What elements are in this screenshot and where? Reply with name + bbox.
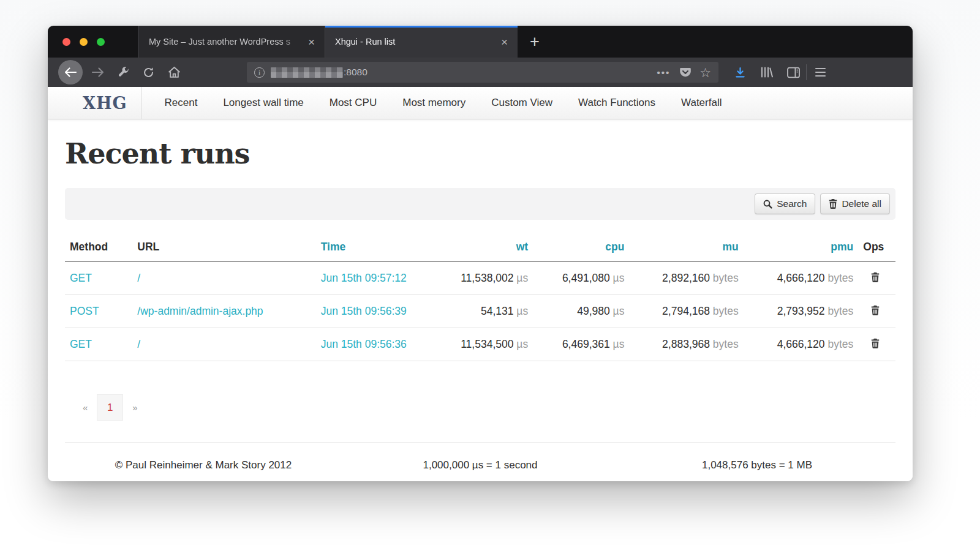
delete-all-button[interactable]: Delete all <box>820 193 890 214</box>
table-row: POST /wp-admin/admin-ajax.php Jun 15th 0… <box>65 295 895 328</box>
window-controls <box>48 26 139 58</box>
pagination-prev[interactable]: « <box>74 402 97 413</box>
nav-item-watch-functions[interactable]: Watch Functions <box>565 97 668 109</box>
browser-window: My Site – Just another WordPress s × Xhg… <box>48 26 913 481</box>
col-header-cpu[interactable]: cpu <box>533 236 629 261</box>
col-header-wt[interactable]: wt <box>432 236 533 261</box>
pagination-page-1[interactable]: 1 <box>97 394 123 421</box>
back-button[interactable] <box>58 60 83 84</box>
download-icon <box>734 67 746 78</box>
table-row: GET / Jun 15th 09:56:36 11,534,500 µs 6,… <box>65 328 895 361</box>
col-header-mu[interactable]: mu <box>629 236 743 261</box>
col-header-url: URL <box>132 236 315 261</box>
tab-xhgui-run-list[interactable]: Xhgui - Run list × <box>325 26 518 58</box>
address-bar[interactable]: i :8080 ••• ☆ <box>247 62 718 83</box>
app-navbar: XHG Recent Longest wall time Most CPU Mo… <box>48 87 913 119</box>
nav-item-longest-wall-time[interactable]: Longest wall time <box>210 97 316 109</box>
reload-button[interactable] <box>143 67 154 78</box>
delete-run-button[interactable] <box>870 271 881 283</box>
reload-icon <box>143 67 154 78</box>
brand-logo[interactable]: XHG <box>48 87 142 119</box>
trash-icon <box>871 339 880 348</box>
url-link[interactable]: /wp-admin/admin-ajax.php <box>137 305 263 317</box>
main-nav: Recent Longest wall time Most CPU Most m… <box>152 87 735 119</box>
page-actions-icon[interactable]: ••• <box>657 67 670 78</box>
pocket-icon[interactable] <box>680 67 691 78</box>
table-row: GET / Jun 15th 09:57:12 11,538,002 µs 6,… <box>65 261 895 295</box>
forward-arrow-icon <box>91 67 105 78</box>
nav-item-waterfall[interactable]: Waterfall <box>668 97 734 109</box>
library-button[interactable] <box>760 66 774 78</box>
redacted-host <box>271 67 343 78</box>
url-link[interactable]: / <box>137 272 140 284</box>
table-header-row: Method URL Time wt cpu mu pmu Ops <box>65 236 895 261</box>
xhgui-page: XHG Recent Longest wall time Most CPU Mo… <box>48 87 913 481</box>
footer-copyright: © Paul Reinheimer & Mark Story 2012 <box>65 459 342 471</box>
actions-bar: Search Delete all <box>65 188 895 220</box>
library-icon <box>760 66 774 78</box>
trash-icon <box>871 306 880 315</box>
pagination: « 1 » <box>74 394 895 421</box>
nav-item-recent[interactable]: Recent <box>152 97 211 109</box>
runs-table: Method URL Time wt cpu mu pmu Ops GET <box>65 236 895 361</box>
footer-time-note: 1,000,000 µs = 1 second <box>342 459 619 471</box>
url-link[interactable]: / <box>137 338 140 350</box>
close-tab-icon[interactable]: × <box>497 35 511 49</box>
sidebar-icon <box>787 67 800 78</box>
close-tab-icon[interactable]: × <box>304 35 318 49</box>
method-link[interactable]: GET <box>70 338 92 350</box>
url-port-text: :8080 <box>344 67 368 78</box>
method-link[interactable]: GET <box>70 272 92 284</box>
downloads-button[interactable] <box>734 67 746 78</box>
nav-item-most-memory[interactable]: Most memory <box>390 97 478 109</box>
delete-run-button[interactable] <box>870 337 881 350</box>
footer-memory-note: 1,048,576 bytes = 1 MB <box>619 459 895 471</box>
forward-button[interactable] <box>91 67 105 78</box>
tab-wordpress-site[interactable]: My Site – Just another WordPress s × <box>139 26 325 58</box>
trash-icon <box>871 272 880 282</box>
time-link[interactable]: Jun 15th 09:57:12 <box>321 272 407 284</box>
trash-icon <box>829 199 837 209</box>
time-link[interactable]: Jun 15th 09:56:36 <box>321 338 407 350</box>
zoom-window-button[interactable] <box>97 38 105 46</box>
site-info-icon[interactable]: i <box>254 67 265 78</box>
search-icon <box>763 200 772 209</box>
new-tab-button[interactable]: + <box>518 26 552 58</box>
nav-item-most-cpu[interactable]: Most CPU <box>317 97 390 109</box>
col-header-time[interactable]: Time <box>316 236 432 261</box>
bookmark-star-icon[interactable]: ☆ <box>699 66 711 79</box>
menu-button[interactable] <box>815 68 826 77</box>
developer-tools-button[interactable] <box>118 67 129 78</box>
pagination-next[interactable]: » <box>123 402 146 413</box>
back-arrow-icon <box>64 67 77 78</box>
tab-title: Xhgui - Run list <box>335 37 497 47</box>
nav-item-custom-view[interactable]: Custom View <box>478 97 565 109</box>
tab-title: My Site – Just another WordPress s <box>149 37 304 47</box>
close-window-button[interactable] <box>62 38 70 46</box>
col-header-method: Method <box>65 236 132 261</box>
wrench-icon <box>118 67 129 78</box>
col-header-ops: Ops <box>858 236 895 261</box>
time-link[interactable]: Jun 15th 09:56:39 <box>321 305 407 317</box>
desktop-background: My Site – Just another WordPress s × Xhg… <box>0 0 980 559</box>
method-link[interactable]: POST <box>70 305 99 317</box>
sidebar-toggle-button[interactable] <box>787 67 800 78</box>
page-title: Recent runs <box>65 138 895 170</box>
browser-toolbar: i :8080 ••• ☆ <box>48 58 913 87</box>
page-footer: © Paul Reinheimer & Mark Story 2012 1,00… <box>65 442 895 471</box>
browser-tab-bar: My Site – Just another WordPress s × Xhg… <box>48 26 913 58</box>
minimize-window-button[interactable] <box>80 38 88 46</box>
home-button[interactable] <box>168 66 181 78</box>
home-icon <box>168 66 181 78</box>
delete-run-button[interactable] <box>870 304 881 317</box>
search-button[interactable]: Search <box>755 193 815 214</box>
col-header-pmu[interactable]: pmu <box>744 236 859 261</box>
